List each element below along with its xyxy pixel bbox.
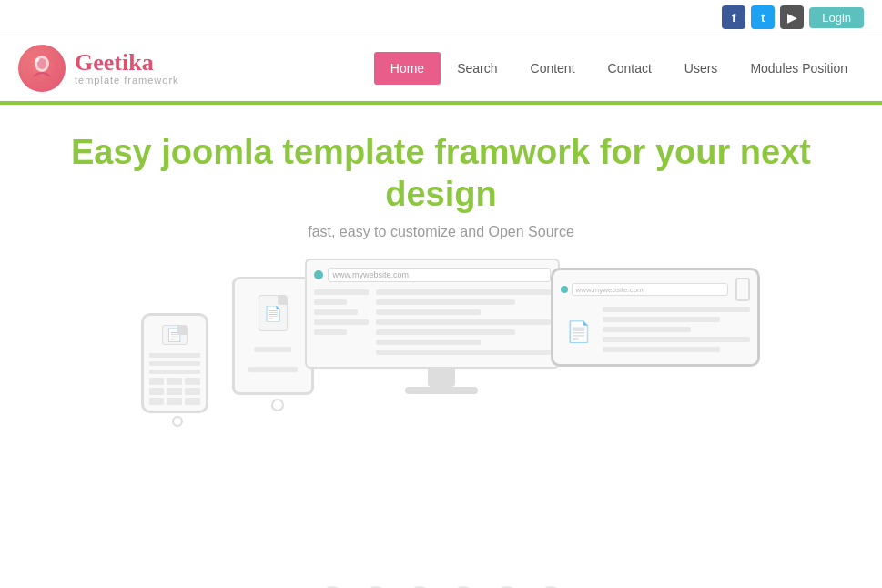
device-right-screen: www.mywebsite.com 📄 (551, 268, 760, 367)
device-right-content: 📄 (561, 307, 750, 357)
phone-left-screen: 📄 (141, 313, 208, 413)
tablet-screen: 📄 (232, 277, 314, 395)
logo-icon (18, 45, 66, 92)
svg-point-3 (35, 58, 39, 62)
monitor-main-content (376, 289, 551, 360)
device-right-doc: 📄 (561, 307, 597, 357)
header: Geetika template framework Home Search C… (0, 35, 882, 101)
devices-illustration: 📄 (123, 259, 760, 568)
monitor-device: www.mywebsite.com (305, 259, 578, 394)
nav-item-content[interactable]: Content (514, 52, 592, 85)
main-nav: Home Search Content Contact Users Module… (374, 52, 864, 85)
tablet-home-button (271, 399, 284, 411)
monitor-sidebar (314, 289, 369, 360)
device-right-url-field: www.mywebsite.com (572, 283, 728, 296)
nav-item-users[interactable]: Users (668, 52, 735, 85)
phone-left-device: 📄 (141, 313, 214, 427)
login-button[interactable]: Login (809, 7, 864, 28)
hero-title: Easy joomla template framwork for your n… (18, 132, 864, 215)
hero-subtitle: fast, easy to customize and Open Source (18, 224, 864, 240)
device-right-nav-button (735, 278, 750, 301)
monitor-screen: www.mywebsite.com (305, 259, 560, 369)
logo-name: Geetika (75, 51, 179, 75)
nav-item-home[interactable]: Home (374, 52, 441, 85)
logo: Geetika template framework (18, 45, 179, 92)
people-row (18, 568, 864, 588)
device-right: www.mywebsite.com 📄 (551, 268, 760, 367)
monitor-content (314, 289, 551, 360)
monitor-base (405, 387, 478, 394)
tablet-line-4 (248, 367, 297, 372)
nav-item-contact[interactable]: Contact (592, 52, 668, 85)
monitor-url-field: www.mywebsite.com (328, 268, 551, 282)
device-right-url-bar: www.mywebsite.com (561, 278, 750, 301)
device-right-lines (603, 307, 750, 357)
nav-menu: Home Search Content Contact Users Module… (374, 52, 864, 85)
youtube-icon[interactable]: ▶ (780, 5, 804, 29)
top-bar: f t ▶ Login (0, 0, 882, 35)
tablet-line-2 (254, 347, 291, 352)
phone-content-lines (149, 353, 200, 374)
logo-text: Geetika template framework (75, 51, 179, 86)
device-right-dot (561, 286, 568, 293)
monitor-url-bar: www.mywebsite.com (314, 268, 551, 282)
facebook-icon[interactable]: f (722, 5, 745, 29)
tablet-doc-icon: 📄 (259, 295, 288, 331)
twitter-icon[interactable]: t (751, 5, 775, 29)
phone-doc-icon: 📄 (162, 325, 188, 345)
monitor-stand (428, 369, 455, 387)
nav-item-modules[interactable]: Modules Position (734, 52, 864, 85)
nav-item-search[interactable]: Search (441, 52, 513, 85)
logo-tagline: template framework (75, 75, 179, 86)
phone-left-button (172, 416, 183, 427)
hero-section: Easy joomla template framwork for your n… (0, 105, 882, 588)
monitor-url-dot (314, 270, 323, 279)
